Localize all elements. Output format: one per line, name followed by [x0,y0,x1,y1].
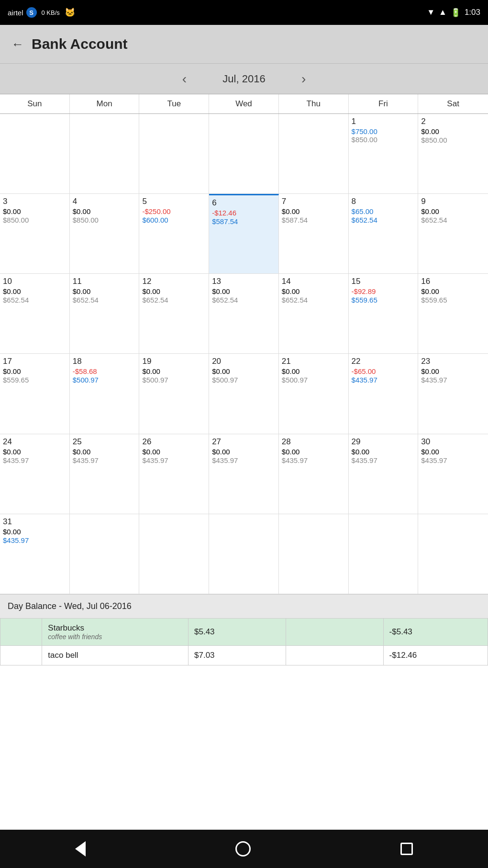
cal-cell[interactable]: 26$0.00$435.97 [139,434,209,514]
cal-cell[interactable]: 5-$250.00$600.00 [139,194,209,274]
cell-change: $0.00 [73,207,136,215]
cal-cell[interactable]: 13$0.00$652.54 [209,274,279,354]
trans-extra-cell [286,646,383,665]
cal-cell [349,514,419,594]
cal-cell[interactable]: 30$0.00$435.97 [418,434,488,514]
page-title: Bank Account [32,36,128,52]
cell-balance: $559.65 [352,296,415,304]
cal-cell[interactable]: 20$0.00$500.97 [209,354,279,434]
cell-change: $0.00 [212,367,276,375]
cell-balance: $587.54 [282,216,345,224]
cell-balance: $652.54 [352,216,415,224]
cal-cell[interactable]: 22-$65.00$435.97 [349,354,419,434]
cell-day-number: 14 [282,277,345,286]
trans-extra-cell [286,619,383,646]
signal-icon: ▲ [439,8,447,17]
cell-change: $0.00 [3,207,67,215]
cell-change: $0.00 [142,448,206,456]
cal-cell[interactable]: 17$0.00$559.65 [0,354,70,434]
prev-month-button[interactable]: ‹ [168,71,201,87]
trans-icon-cell [0,646,42,665]
home-nav-button[interactable] [235,841,251,857]
cal-cell [139,114,209,194]
cell-balance: $500.97 [212,376,276,384]
cell-day-number: 22 [352,357,415,366]
cell-change: $0.00 [282,367,345,375]
cell-balance: $850.00 [421,136,485,144]
day-header-thu: Thu [279,94,349,113]
cal-cell[interactable]: 15-$92.89$559.65 [349,274,419,354]
cell-change: $0.00 [421,448,485,456]
transactions-table: Starbucks coffee with friends $5.43 -$5.… [0,618,488,665]
cal-cell[interactable]: 16$0.00$559.65 [418,274,488,354]
cal-cell[interactable]: 28$0.00$435.97 [279,434,349,514]
cell-balance: $652.54 [282,296,345,304]
cell-balance: $500.97 [73,376,136,384]
cell-change: -$12.46 [212,209,276,217]
cell-balance: $559.65 [3,376,67,384]
cell-balance: $850.00 [73,216,136,224]
cal-cell[interactable]: 18-$58.68$500.97 [70,354,140,434]
cal-cell[interactable]: 11$0.00$652.54 [70,274,140,354]
trans-amount-cell: $5.43 [189,619,286,646]
cal-cell[interactable]: 19$0.00$500.97 [139,354,209,434]
cell-income: $750.00 [352,127,415,135]
cal-cell[interactable]: 2$0.00$850.00 [418,114,488,194]
back-nav-button[interactable] [75,841,86,857]
cal-cell[interactable]: 31$0.00$435.97 [0,514,70,594]
recent-nav-button[interactable] [400,843,413,855]
trans-name: taco bell [48,651,182,660]
cal-cell[interactable]: 6-$12.46$587.54 [209,194,279,274]
day-header-mon: Mon [70,94,140,113]
speed-label: 0 KB/s [42,9,60,16]
bottom-nav [0,830,488,868]
table-row[interactable]: Starbucks coffee with friends $5.43 -$5.… [0,619,488,646]
cell-balance: $652.54 [142,296,206,304]
cal-cell[interactable]: 27$0.00$435.97 [209,434,279,514]
cell-change: $65.00 [352,207,415,215]
cal-cell[interactable]: 29$0.00$435.97 [349,434,419,514]
cell-day-number: 26 [142,437,206,447]
cal-cell[interactable]: 9$0.00$652.54 [418,194,488,274]
cal-cell[interactable]: 7$0.00$587.54 [279,194,349,274]
status-bar-right: ▼ ▲ 🔋 1:03 [427,8,480,18]
cell-day-number: 30 [421,437,485,447]
cell-balance: $500.97 [142,376,206,384]
cell-day-number: 24 [3,437,67,447]
cal-cell[interactable]: 10$0.00$652.54 [0,274,70,354]
cell-day-number: 13 [212,277,276,286]
back-button[interactable]: ← [11,37,24,52]
cell-balance: $652.54 [212,296,276,304]
cell-change: $0.00 [282,448,345,456]
cal-cell[interactable]: 23$0.00$435.97 [418,354,488,434]
cal-cell[interactable]: 24$0.00$435.97 [0,434,70,514]
cell-change: $0.00 [3,448,67,456]
time-label: 1:03 [465,8,480,17]
trans-amount-cell: $7.03 [189,646,286,665]
day-header-tue: Tue [139,94,209,113]
table-row[interactable]: taco bell $7.03 -$12.46 [0,646,488,665]
next-month-button[interactable]: › [287,71,320,87]
cal-cell [139,514,209,594]
cell-balance: $435.97 [142,456,206,464]
cal-cell[interactable]: 12$0.00$652.54 [139,274,209,354]
cal-cell[interactable]: 1$750.00$850.00 [349,114,419,194]
cell-day-number: 18 [73,357,136,366]
cal-cell[interactable]: 8$65.00$652.54 [349,194,419,274]
cell-day-number: 27 [212,437,276,447]
cell-day-number: 12 [142,277,206,286]
cal-cell[interactable]: 25$0.00$435.97 [70,434,140,514]
cal-cell[interactable]: 3$0.00$850.00 [0,194,70,274]
cell-balance: $435.97 [73,456,136,464]
cal-cell [70,114,140,194]
cal-cell [209,114,279,194]
cell-change: $0.00 [3,367,67,375]
status-bar: airtel S 0 KB/s 🐱 ▼ ▲ 🔋 1:03 [0,0,488,25]
cell-change: $0.00 [212,287,276,295]
cal-cell[interactable]: 14$0.00$652.54 [279,274,349,354]
cell-change: $0.00 [212,448,276,456]
cal-cell[interactable]: 21$0.00$500.97 [279,354,349,434]
cell-change: $0.00 [421,287,485,295]
cal-cell[interactable]: 4$0.00$850.00 [70,194,140,274]
cal-cell [418,514,488,594]
